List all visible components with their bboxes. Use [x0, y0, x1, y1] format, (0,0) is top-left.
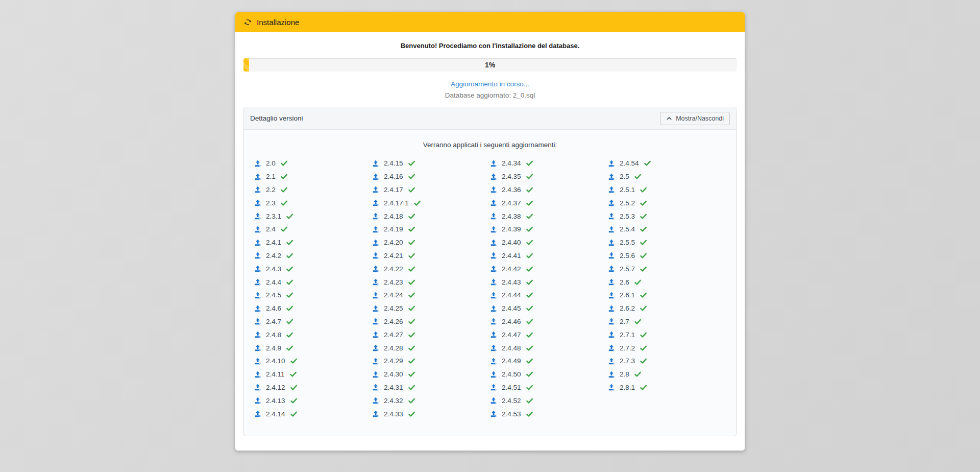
version-label: 2.4.8	[266, 331, 281, 339]
upload-icon	[608, 371, 615, 378]
version-label: 2.4.31	[384, 384, 403, 391]
version-label: 2.4.25	[384, 304, 403, 312]
upload-icon	[490, 278, 497, 286]
check-icon	[640, 239, 647, 246]
check-icon	[640, 252, 647, 259]
versions-panel: Dettaglio versioni Mostra/Nascondi Verra…	[243, 107, 737, 436]
version-item: 2.7	[608, 315, 726, 328]
upload-icon	[490, 239, 497, 246]
check-icon	[526, 370, 533, 378]
version-item: 2.4	[254, 223, 372, 236]
status-detail: Database aggiornato: 2_0.sql	[243, 91, 737, 99]
upload-icon	[372, 160, 379, 167]
upload-icon	[372, 344, 379, 351]
version-item: 2.4.32	[372, 394, 490, 407]
upload-icon	[608, 331, 615, 338]
version-item: 2.4.6	[254, 302, 372, 315]
check-icon	[526, 384, 533, 391]
version-label: 2.4.3	[266, 265, 281, 273]
check-icon	[526, 159, 533, 167]
versions-intro: Verranno applicati i seguenti aggiorname…	[250, 141, 730, 149]
check-icon	[526, 199, 533, 207]
version-label: 2.4.48	[502, 344, 521, 352]
check-icon	[640, 213, 647, 220]
check-icon	[526, 186, 533, 194]
check-icon	[290, 397, 298, 405]
check-icon	[286, 252, 293, 259]
version-label: 2.4.18	[384, 213, 403, 220]
check-icon	[408, 331, 415, 339]
version-label: 2.4.39	[502, 225, 521, 233]
upload-icon	[372, 331, 379, 338]
check-icon	[526, 397, 533, 405]
check-icon	[286, 291, 293, 299]
version-item: 2.5.2	[608, 196, 726, 209]
upload-icon	[608, 318, 615, 325]
version-label: 2.4.36	[502, 186, 521, 194]
upload-icon	[608, 292, 615, 299]
version-item: 2.4.29	[372, 355, 490, 368]
check-icon	[408, 252, 415, 259]
card-body: Benvenuto! Procediamo con l'installazion…	[235, 32, 745, 451]
version-label: 2.3	[266, 199, 276, 207]
version-label: 2.5	[620, 173, 629, 180]
check-icon	[634, 278, 642, 286]
upload-icon	[372, 186, 379, 193]
version-item: 2.4.2	[254, 249, 372, 263]
panel-title: Dettaglio versioni	[250, 114, 303, 122]
check-icon	[526, 173, 533, 180]
version-label: 2.2	[266, 186, 276, 194]
version-label: 2.4.2	[266, 252, 281, 259]
check-icon	[640, 384, 647, 391]
version-item: 2.1	[254, 170, 372, 183]
check-icon	[286, 318, 293, 325]
check-icon	[526, 213, 533, 220]
upload-icon	[608, 239, 615, 246]
check-icon	[280, 186, 288, 194]
show-hide-button[interactable]: Mostra/Nascondi	[660, 112, 730, 125]
upload-icon	[254, 226, 261, 233]
version-label: 2.5.7	[620, 265, 635, 273]
upload-icon	[608, 226, 615, 233]
upload-icon	[372, 213, 379, 220]
version-item: 2.4.12	[254, 381, 372, 394]
check-icon	[286, 344, 293, 352]
version-label: 2.4.54	[620, 159, 639, 167]
version-item: 2.5	[608, 170, 726, 183]
check-icon	[526, 410, 533, 418]
version-item: 2.4.52	[490, 394, 608, 407]
upload-icon	[490, 226, 497, 233]
upload-icon	[372, 384, 379, 391]
check-icon	[640, 199, 647, 207]
version-item: 2.4.10	[254, 355, 372, 368]
upload-icon	[608, 173, 615, 180]
version-item: 2.4.13	[254, 394, 372, 407]
version-item: 2.4.16	[372, 170, 490, 183]
upload-icon	[490, 344, 497, 351]
upload-icon	[608, 384, 615, 391]
check-icon	[644, 159, 651, 167]
version-item: 2.4.1	[254, 236, 372, 249]
refresh-icon	[244, 18, 252, 26]
version-item: 2.4.18	[372, 209, 490, 223]
version-item: 2.4.36	[490, 183, 608, 197]
version-label: 2.4.20	[384, 239, 403, 246]
check-icon	[634, 318, 642, 325]
upload-icon	[372, 173, 379, 180]
version-item: 2.4.46	[490, 315, 608, 328]
check-icon	[526, 252, 533, 259]
check-icon	[640, 186, 647, 194]
upload-icon	[254, 384, 261, 391]
version-label: 2.5.3	[620, 213, 635, 220]
check-icon	[526, 265, 533, 273]
progress-bar: 1%	[243, 58, 737, 72]
version-label: 2.4.29	[384, 357, 403, 365]
version-item: 2.4.42	[490, 262, 608, 275]
check-icon	[640, 331, 647, 339]
check-icon	[640, 357, 647, 365]
check-icon	[286, 239, 293, 246]
version-label: 2.8	[620, 370, 629, 378]
version-label: 2.4.14	[266, 410, 285, 418]
check-icon	[526, 291, 533, 299]
upload-icon	[254, 278, 261, 286]
